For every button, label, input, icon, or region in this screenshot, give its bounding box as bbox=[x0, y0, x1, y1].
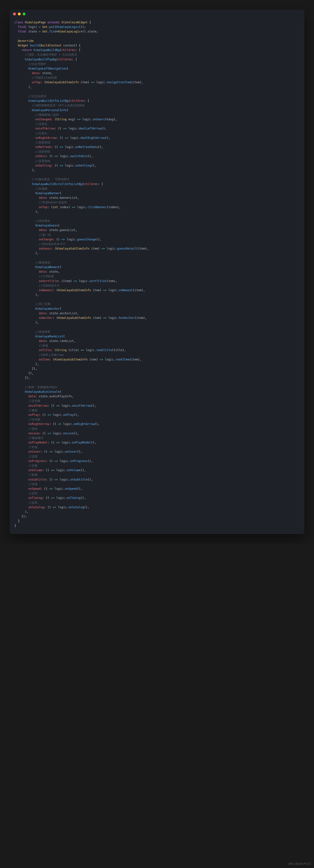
annotation: @override bbox=[18, 39, 33, 42]
comment: //猜你喜欢 bbox=[35, 219, 50, 223]
comment: //具体精选卡片 bbox=[39, 284, 59, 287]
comment: //最新精选 bbox=[35, 261, 50, 264]
comment: //目录 bbox=[28, 501, 37, 504]
comment: //音量 bbox=[28, 464, 37, 467]
comment: //导航栏item回调 bbox=[32, 76, 57, 80]
window-titlebar bbox=[10, 10, 304, 18]
comment: //封面 bbox=[28, 445, 37, 449]
code-window: class HimalayaPage extends StatelessWidg… bbox=[10, 10, 304, 534]
comment: //搜索框输入监听 bbox=[35, 113, 59, 117]
keyword-return: return bbox=[22, 49, 32, 52]
comment: //右切换 bbox=[28, 418, 40, 421]
comment: //定时 bbox=[28, 492, 37, 495]
comment: //左切换 bbox=[28, 399, 40, 403]
comment: //右侧信息流 - 可滑动部分 bbox=[32, 178, 69, 181]
comment: //顶部搜索框及其一些个人信息设置按钮 bbox=[32, 104, 84, 107]
code-editor[interactable]: class HimalayaPage extends StatelessWidg… bbox=[10, 18, 304, 534]
minimize-icon[interactable] bbox=[18, 12, 21, 16]
keyword: final bbox=[18, 25, 27, 29]
comment: //各类榜单 bbox=[35, 330, 50, 334]
comment: //进度 bbox=[28, 455, 37, 458]
keyword-class: class bbox=[15, 21, 23, 24]
comment: //热门主播 bbox=[35, 302, 50, 306]
comment: //分类标题 bbox=[39, 275, 54, 278]
maximize-icon[interactable] bbox=[23, 12, 26, 16]
comment: //设置按钮 bbox=[35, 159, 50, 163]
comment: //左箭头 bbox=[35, 122, 48, 126]
comment: //右边信息流 bbox=[28, 95, 46, 98]
comment: //播放模式 bbox=[28, 436, 44, 440]
comment: //标题 bbox=[28, 473, 37, 476]
comment: //刷新按钮 bbox=[35, 141, 50, 144]
comment: //皮肤按钮 bbox=[35, 150, 50, 153]
comment: //猜你喜欢具体卡片 bbox=[39, 242, 65, 246]
comment: //顶部：左边侧边导航栏 + 右边信息流 bbox=[25, 53, 77, 56]
keyword-extends: extends bbox=[48, 21, 60, 24]
comment: //换一批 bbox=[39, 233, 51, 237]
class-name: HimalayaPage bbox=[25, 21, 46, 24]
comment: //右箭头 bbox=[35, 132, 48, 135]
type: Widget bbox=[18, 44, 28, 47]
comment: //喜欢 bbox=[28, 427, 37, 431]
comment: //倍速 bbox=[28, 483, 37, 486]
keyword: final bbox=[18, 30, 27, 33]
class-name: StatelessWidget bbox=[61, 21, 87, 24]
comment: //具体banner的监听 bbox=[39, 201, 67, 204]
comment: //榜单上具体item bbox=[39, 353, 63, 356]
comment: //播放 bbox=[28, 409, 37, 412]
comment: //底部：音频播放控制台 bbox=[25, 385, 57, 389]
comment: //左边导航栏 bbox=[28, 62, 46, 66]
close-icon[interactable] bbox=[13, 12, 16, 16]
comment: //标题 bbox=[39, 344, 48, 347]
comment: //轮播图 bbox=[35, 187, 48, 190]
